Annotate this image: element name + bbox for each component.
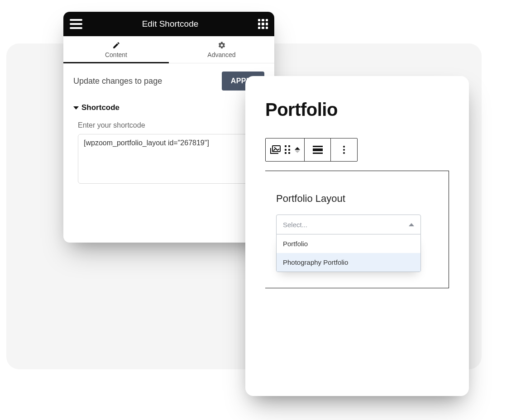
svg-point-7 [343, 152, 345, 154]
move-arrows [295, 147, 300, 153]
toolbar-block-mover [266, 138, 305, 161]
svg-point-5 [343, 146, 345, 148]
tab-content[interactable]: Content [63, 36, 169, 63]
page-title: Portfolio [265, 100, 449, 120]
align-icon [313, 146, 323, 154]
shortcode-field-label: Enter your shortcode [63, 115, 274, 134]
block-selected-area: Portfolio Layout Select... Portfolio Pho… [265, 171, 449, 288]
update-label: Update changes to page [73, 76, 162, 86]
update-row: Update changes to page APPLY [63, 63, 274, 99]
tab-advanced[interactable]: Advanced [169, 36, 274, 63]
elementor-header: Edit Shortcode [63, 12, 274, 36]
gear-icon [218, 41, 226, 49]
svg-rect-4 [313, 153, 323, 154]
more-vertical-icon [343, 145, 345, 154]
panel-body: Update changes to page APPLY Shortcode E… [63, 63, 274, 186]
section-shortcode-title: Shortcode [81, 103, 119, 112]
layout-option[interactable]: Photography Portfolio [277, 253, 420, 272]
layout-select-box[interactable]: Select... [276, 215, 421, 234]
toolbar-more-button[interactable] [331, 138, 357, 161]
svg-rect-2 [313, 146, 323, 147]
tab-content-label: Content [105, 51, 127, 58]
layout-select[interactable]: Select... Portfolio Photography Portfoli… [276, 215, 421, 234]
toolbar-align-button[interactable] [305, 138, 331, 161]
gutenberg-panel: Portfolio [245, 76, 469, 396]
apps-grid-icon[interactable] [258, 19, 268, 29]
block-type-icon[interactable] [270, 145, 281, 154]
caret-down-icon [73, 106, 79, 110]
hamburger-icon[interactable] [70, 19, 82, 29]
panel-tabs: Content Advanced [63, 36, 274, 63]
svg-point-1 [274, 147, 275, 148]
layout-field-label: Portfolio Layout [274, 193, 438, 205]
shortcode-input[interactable] [78, 134, 259, 184]
panel-title: Edit Shortcode [142, 19, 199, 29]
svg-point-6 [343, 149, 345, 151]
layout-option[interactable]: Portfolio [277, 234, 420, 253]
pencil-icon [112, 41, 120, 49]
block-toolbar [265, 138, 358, 162]
move-down-icon[interactable] [295, 150, 300, 153]
section-shortcode-header[interactable]: Shortcode [63, 99, 274, 115]
layout-select-placeholder: Select... [283, 221, 307, 229]
caret-up-icon [409, 223, 414, 226]
move-up-icon[interactable] [295, 147, 300, 150]
elementor-panel: Edit Shortcode Content Advanced Update [63, 12, 274, 243]
layout-select-menu: Portfolio Photography Portfolio [276, 234, 421, 272]
tab-advanced-label: Advanced [207, 51, 235, 58]
svg-rect-3 [313, 148, 323, 151]
drag-handle-icon[interactable] [285, 145, 291, 154]
